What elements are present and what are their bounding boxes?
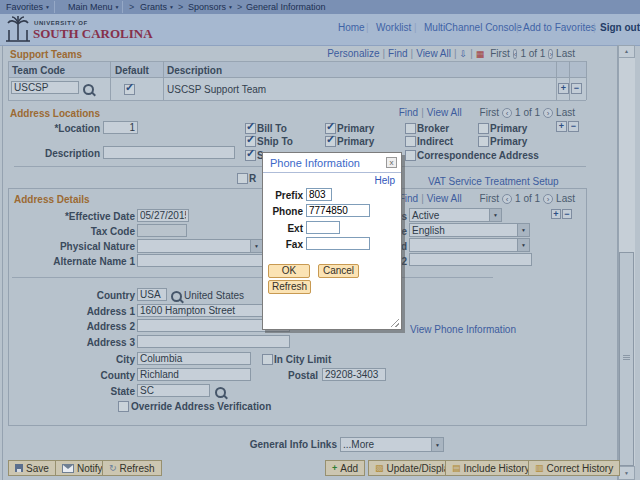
link-sign-out[interactable]: Sign out: [600, 22, 640, 33]
add-effdt-button[interactable]: +: [551, 209, 561, 219]
view-all-link[interactable]: View All: [427, 107, 462, 118]
delete-location-button[interactable]: −: [568, 121, 579, 132]
prefix-input[interactable]: [306, 188, 332, 201]
close-icon[interactable]: x: [386, 157, 397, 168]
add-button[interactable]: + Add: [325, 460, 365, 476]
correct-history-button[interactable]: ▥ Correct History: [528, 460, 620, 476]
zoom-grid-icon[interactable]: ▦: [476, 49, 485, 59]
add-location-button[interactable]: +: [556, 121, 567, 132]
broker-primary-checkbox[interactable]: [478, 123, 489, 134]
state-lookup-icon[interactable]: [215, 387, 226, 398]
separator: |: [421, 193, 424, 204]
breadcrumb-current[interactable]: General Information: [246, 2, 326, 12]
help-link[interactable]: Help: [374, 175, 395, 186]
link-worklist[interactable]: Worklist: [376, 22, 411, 33]
prev-page-icon[interactable]: ‹: [513, 49, 518, 59]
city-label: City: [15, 354, 135, 365]
delete-row-button[interactable]: −: [571, 83, 582, 94]
next-page-icon[interactable]: ›: [548, 49, 553, 59]
view-all-link[interactable]: View All: [427, 193, 462, 204]
next-page-icon[interactable]: ›: [543, 194, 553, 204]
r-checkbox[interactable]: [237, 173, 248, 184]
language-value: English: [412, 225, 445, 236]
tax-code-label: Tax Code: [15, 226, 135, 237]
link-home[interactable]: Home: [338, 22, 365, 33]
indirect-checkbox[interactable]: [405, 136, 416, 147]
first-label: First: [480, 193, 499, 204]
country-input[interactable]: [137, 288, 167, 301]
menu-favorites[interactable]: Favorites▼: [6, 2, 50, 12]
address3-input[interactable]: [137, 335, 290, 348]
separator: |: [366, 22, 369, 33]
ok-button[interactable]: OK: [268, 264, 310, 278]
general-info-links-dropdown[interactable]: ...More ▼: [340, 437, 444, 452]
menu-main-menu[interactable]: Main Menu▼: [68, 2, 119, 12]
address-locations-toolbar: Find| View All First ‹ 1 of 1 › Last: [330, 107, 575, 118]
view-all-link[interactable]: View All: [416, 48, 451, 59]
phone-input[interactable]: [306, 204, 370, 217]
chevron-down-icon: ▼: [228, 4, 233, 10]
download-icon[interactable]: ⇩: [460, 49, 468, 59]
sold-to-checkbox[interactable]: [245, 150, 256, 161]
team-code-lookup-icon[interactable]: [83, 84, 94, 95]
save-button[interactable]: Save: [8, 460, 56, 476]
team-code-input[interactable]: [11, 81, 79, 94]
separator: |: [411, 48, 414, 59]
broker-label: Broker: [417, 123, 449, 134]
location-input[interactable]: [103, 121, 138, 134]
link-add-to-favorites[interactable]: Add to Favorites: [523, 22, 596, 33]
postal-input[interactable]: [322, 368, 386, 381]
modal-refresh-button[interactable]: Refresh: [268, 280, 311, 294]
cancel-button[interactable]: Cancel: [318, 264, 359, 278]
city-input[interactable]: [137, 352, 251, 365]
vat-service-treatment-link[interactable]: VAT Service Treatment Setup: [428, 176, 559, 187]
indirect-label: Indirect: [417, 136, 453, 147]
grid-col-divider: [163, 61, 164, 100]
find-link[interactable]: Find: [388, 48, 407, 59]
add-row-button[interactable]: +: [558, 83, 569, 94]
physical-nature-dropdown[interactable]: ▼: [137, 239, 263, 253]
country-lookup-icon[interactable]: [171, 291, 182, 302]
default-checkbox[interactable]: [124, 84, 135, 95]
description-label: Description: [30, 148, 100, 159]
row3-dropdown[interactable]: ▼: [409, 238, 530, 252]
county-input[interactable]: [137, 368, 251, 381]
indirect-primary-checkbox[interactable]: [478, 136, 489, 147]
ship-to-checkbox[interactable]: [245, 136, 256, 147]
scrollbar-down-button[interactable]: ▼: [618, 466, 635, 480]
link-multichannel-console[interactable]: MultiChannel Console: [424, 22, 522, 33]
override-address-verification-checkbox[interactable]: [118, 401, 129, 412]
support-teams-grid-header: [8, 61, 586, 78]
scrollbar-thumb[interactable]: [619, 252, 634, 466]
broker-checkbox[interactable]: [405, 123, 416, 134]
description-input[interactable]: [103, 146, 235, 159]
find-link[interactable]: Find: [399, 107, 418, 118]
separator: |: [454, 48, 457, 59]
menu-sponsors[interactable]: Sponsors▼: [188, 2, 233, 12]
state-input[interactable]: [137, 384, 210, 397]
refresh-button[interactable]: ↻ Refresh: [102, 460, 162, 476]
effective-date-input[interactable]: [137, 209, 189, 222]
personalize-link[interactable]: Personalize: [327, 48, 379, 59]
page-indicator: 1 of 1: [515, 107, 540, 118]
next-page-icon[interactable]: ›: [543, 108, 553, 118]
ship-primary-checkbox[interactable]: [325, 136, 336, 147]
county-label: County: [15, 370, 135, 381]
menu-grants[interactable]: Grants▼: [140, 2, 174, 12]
alternate-name1-input[interactable]: [137, 254, 263, 267]
in-city-limit-checkbox[interactable]: [262, 354, 273, 365]
dropdown-arrow-icon: ▼: [250, 240, 262, 252]
include-history-button[interactable]: ▤ Include History: [445, 460, 537, 476]
prev-page-icon[interactable]: ‹: [502, 108, 512, 118]
resize-handle-icon[interactable]: [391, 319, 399, 327]
fax-input[interactable]: [306, 237, 370, 250]
prev-page-icon[interactable]: ‹: [502, 194, 512, 204]
delete-effdt-button[interactable]: −: [562, 209, 572, 219]
scrollbar-up-button[interactable]: ▲: [618, 45, 635, 58]
alternate-name2-input[interactable]: [409, 253, 532, 266]
view-phone-information-link[interactable]: View Phone Information: [410, 324, 516, 335]
status-dropdown[interactable]: Active ▼: [409, 208, 502, 222]
correspondence-checkbox[interactable]: [405, 150, 416, 161]
ext-input[interactable]: [306, 221, 340, 234]
language-dropdown[interactable]: English ▼: [409, 223, 530, 237]
